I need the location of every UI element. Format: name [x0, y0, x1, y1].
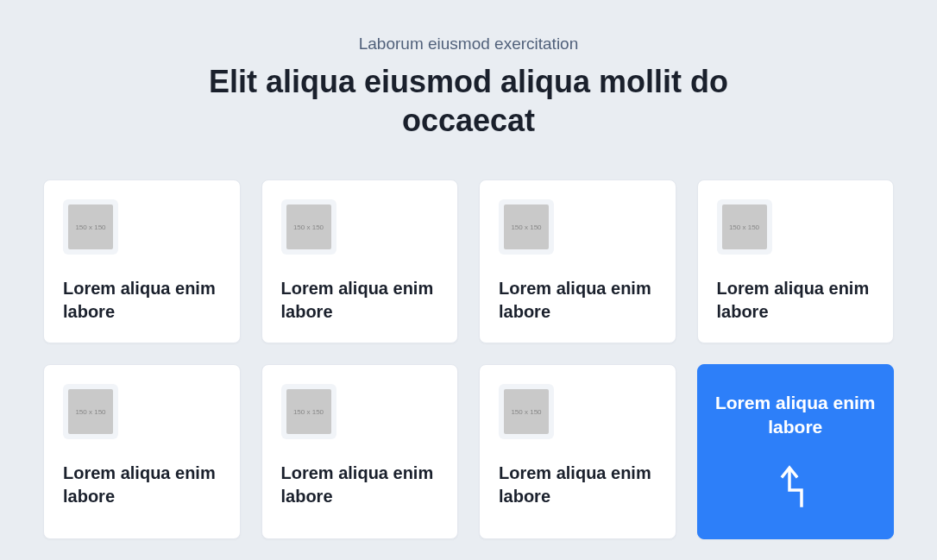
card-thumbnail-frame: 150 x 150	[717, 199, 772, 255]
card-title: Lorem aliqua enim labore	[499, 277, 657, 324]
card-title: Lorem aliqua enim labore	[281, 277, 439, 324]
card-thumbnail-frame: 150 x 150	[499, 199, 554, 255]
card-title: Lorem aliqua enim labore	[717, 277, 875, 324]
placeholder-image: 150 x 150	[68, 204, 113, 249]
cta-card[interactable]: Lorem aliqua enim labore	[697, 364, 895, 539]
feature-card[interactable]: 150 x 150 Lorem aliqua enim labore	[43, 179, 241, 343]
card-title: Lorem aliqua enim labore	[499, 462, 657, 508]
card-thumbnail-frame: 150 x 150	[63, 199, 118, 255]
placeholder-image: 150 x 150	[286, 204, 331, 249]
card-grid: 150 x 150 Lorem aliqua enim labore 150 x…	[43, 179, 894, 539]
step-up-arrow-icon	[777, 461, 814, 513]
card-title: Lorem aliqua enim labore	[63, 277, 221, 324]
cta-title: Lorem aliqua enim labore	[714, 391, 878, 440]
feature-card[interactable]: 150 x 150 Lorem aliqua enim labore	[261, 364, 459, 539]
placeholder-image: 150 x 150	[286, 389, 331, 434]
card-title: Lorem aliqua enim labore	[63, 462, 221, 508]
section-heading: Elit aliqua eiusmod aliqua mollit do occ…	[149, 62, 788, 140]
feature-card[interactable]: 150 x 150 Lorem aliqua enim labore	[479, 179, 676, 343]
feature-card[interactable]: 150 x 150 Lorem aliqua enim labore	[43, 364, 241, 539]
placeholder-image: 150 x 150	[68, 389, 113, 434]
card-thumbnail-frame: 150 x 150	[499, 384, 554, 439]
card-thumbnail-frame: 150 x 150	[281, 199, 336, 255]
feature-card[interactable]: 150 x 150 Lorem aliqua enim labore	[479, 364, 676, 539]
card-thumbnail-frame: 150 x 150	[63, 384, 118, 439]
feature-card[interactable]: 150 x 150 Lorem aliqua enim labore	[697, 179, 895, 343]
placeholder-image: 150 x 150	[504, 204, 549, 249]
placeholder-image: 150 x 150	[504, 389, 549, 434]
placeholder-image: 150 x 150	[722, 204, 767, 249]
card-thumbnail-frame: 150 x 150	[281, 384, 336, 439]
card-title: Lorem aliqua enim labore	[281, 462, 439, 508]
section-overline: Laborum eiusmod exercitation	[43, 35, 894, 53]
feature-card[interactable]: 150 x 150 Lorem aliqua enim labore	[261, 179, 459, 343]
